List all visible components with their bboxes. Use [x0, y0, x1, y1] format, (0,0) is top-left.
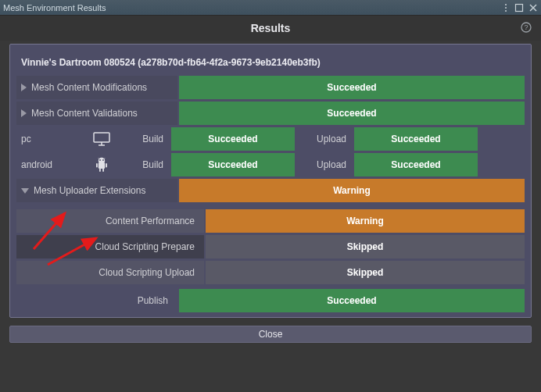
svg-line-16: [104, 159, 106, 160]
upload-label: Upload: [307, 134, 354, 144]
svg-point-13: [99, 159, 101, 161]
status-badge: Warning: [206, 209, 525, 233]
upload-label: Upload: [307, 159, 354, 170]
svg-rect-17: [96, 163, 98, 168]
close-button[interactable]: Close: [9, 326, 532, 343]
status-badge: Succeeded: [179, 102, 525, 125]
status-badge: Skipped: [206, 261, 525, 284]
status-badge: Succeeded: [354, 153, 478, 176]
row-mesh-uploader-extensions[interactable]: Mesh Uploader Extensions Warning: [16, 179, 525, 202]
status-badge: Succeeded: [179, 76, 525, 99]
chevron-down-icon: [21, 188, 29, 194]
title-bar: Mesh Environment Results: [0, 0, 541, 16]
maximize-icon[interactable]: [514, 3, 524, 12]
svg-rect-19: [99, 169, 101, 173]
svg-point-2: [505, 10, 507, 12]
kebab-menu-icon[interactable]: [502, 3, 510, 12]
results-header: Results ?: [0, 16, 541, 41]
window-title: Mesh Environment Results: [3, 3, 106, 12]
svg-point-0: [505, 4, 507, 5]
status-badge: Succeeded: [171, 153, 295, 176]
build-label: Build: [124, 134, 171, 144]
android-icon: [79, 156, 124, 173]
row-label: Mesh Content Modifications: [31, 82, 147, 93]
ext-row-content-performance[interactable]: Content Performance Warning: [16, 209, 525, 233]
row-label: Publish: [16, 295, 177, 306]
close-icon[interactable]: [528, 3, 538, 12]
close-label: Close: [259, 329, 283, 340]
ext-row-cloud-scripting-upload[interactable]: Cloud Scripting Upload Skipped: [16, 261, 525, 284]
row-label: Content Performance: [16, 209, 204, 233]
status-badge: Succeeded: [171, 127, 295, 151]
svg-line-15: [99, 159, 100, 160]
monitor-icon: [79, 131, 124, 147]
status-badge: Succeeded: [354, 127, 478, 151]
project-title: Vinnie's Dartroom 080524 (a278b70d-fb64-…: [16, 51, 525, 76]
build-label: Build: [124, 159, 171, 170]
status-badge: Warning: [179, 179, 525, 202]
row-label: Mesh Content Validations: [31, 108, 138, 119]
svg-rect-3: [516, 4, 523, 11]
platform-row-pc: pc Build Succeeded Upload Succeeded: [16, 127, 525, 151]
platform-row-android: android Build Succeeded Upload Succeeded: [16, 153, 525, 176]
row-publish: Publish Succeeded: [16, 289, 525, 312]
row-label: Cloud Scripting Upload: [16, 261, 204, 284]
page-title: Results: [251, 22, 291, 34]
ext-row-cloud-scripting-prepare[interactable]: Cloud Scripting Prepare Skipped: [16, 235, 525, 258]
svg-rect-8: [94, 133, 109, 142]
platform-name: pc: [16, 134, 79, 144]
row-label: Mesh Uploader Extensions: [34, 185, 145, 196]
platform-name: android: [16, 159, 79, 170]
results-panel: Vinnie's Dartroom 080524 (a278b70d-fb64-…: [9, 44, 532, 318]
row-mesh-content-modifications[interactable]: Mesh Content Modifications Succeeded: [16, 76, 525, 99]
help-icon[interactable]: ?: [521, 22, 532, 35]
svg-text:?: ?: [524, 23, 528, 31]
svg-point-1: [505, 7, 507, 9]
status-badge: Skipped: [206, 235, 525, 258]
chevron-right-icon: [21, 84, 27, 91]
row-mesh-content-validations[interactable]: Mesh Content Validations Succeeded: [16, 102, 525, 125]
svg-rect-12: [99, 162, 105, 169]
svg-rect-18: [106, 163, 107, 168]
svg-rect-20: [102, 169, 104, 173]
chevron-right-icon: [21, 109, 27, 117]
status-badge: Succeeded: [179, 289, 525, 312]
row-label: Cloud Scripting Prepare: [16, 235, 204, 258]
svg-point-14: [102, 159, 104, 161]
